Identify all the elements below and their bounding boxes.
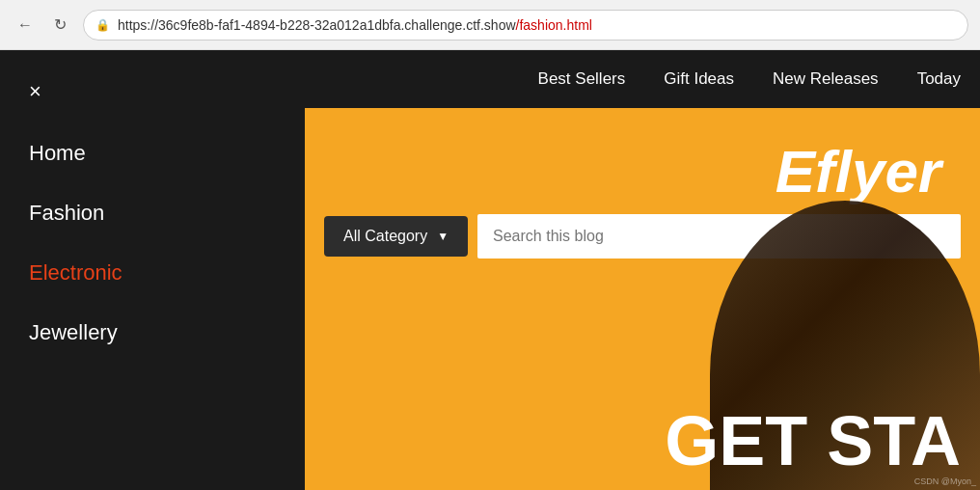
hero: Eflyer All Category ▼ GET STA CSDN @Myon… xyxy=(305,108,980,490)
sidebar-item-jewellery[interactable]: Jewellery xyxy=(29,303,276,363)
back-button[interactable]: ← xyxy=(12,12,39,39)
address-bar[interactable]: 🔒 https://36c9fe8b-faf1-4894-b228-32a012… xyxy=(83,10,968,41)
chevron-down-icon: ▼ xyxy=(437,230,449,243)
lock-icon: 🔒 xyxy=(95,18,110,32)
sidebar-item-electronic[interactable]: Electronic xyxy=(29,243,276,303)
sidebar: × Home Fashion Electronic Jewellery xyxy=(0,50,305,490)
url-path: /fashion.html xyxy=(516,17,592,33)
browser-chrome: ← ↻ 🔒 https://36c9fe8b-faf1-4894-b228-32… xyxy=(0,0,980,50)
sidebar-nav: Home Fashion Electronic Jewellery xyxy=(0,123,305,363)
sidebar-item-home[interactable]: Home xyxy=(29,123,276,183)
url-text: https://36c9fe8b-faf1-4894-b228-32a012a1… xyxy=(118,17,592,33)
sidebar-close-button[interactable]: × xyxy=(0,69,70,123)
category-label: All Category xyxy=(343,228,427,245)
sidebar-item-fashion[interactable]: Fashion xyxy=(29,183,276,243)
watermark: CSDN @Myon_ xyxy=(914,476,976,486)
nav-today[interactable]: Today xyxy=(917,69,961,89)
hero-cta-text: GET STA xyxy=(665,401,961,480)
brand-title: Eflyer xyxy=(776,137,941,205)
nav-best-sellers[interactable]: Best Sellers xyxy=(538,69,626,89)
category-dropdown[interactable]: All Category ▼ xyxy=(324,216,468,257)
page-content: × Home Fashion Electronic Jewellery Best… xyxy=(0,50,980,490)
refresh-button[interactable]: ↻ xyxy=(46,12,73,39)
browser-controls: ← ↻ xyxy=(12,12,73,39)
top-nav: Best Sellers Gift Ideas New Releases Tod… xyxy=(305,50,980,108)
nav-new-releases[interactable]: New Releases xyxy=(773,69,879,89)
main-area: Best Sellers Gift Ideas New Releases Tod… xyxy=(305,50,980,490)
url-base: https://36c9fe8b-faf1-4894-b228-32a012a1… xyxy=(118,17,516,33)
nav-gift-ideas[interactable]: Gift Ideas xyxy=(664,69,734,89)
